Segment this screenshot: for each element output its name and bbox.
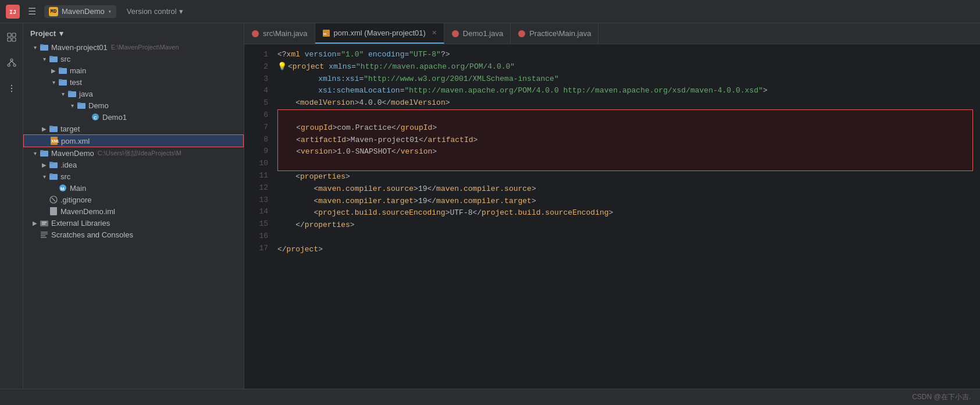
structure-tool-icon[interactable] [2, 54, 21, 72]
tree-item-maven-demo[interactable]: ▾ MavenDemo C:\Users\张喆\IdeaProjects\M [23, 147, 244, 159]
scratch-icon [40, 230, 49, 239]
svg-text:IJ: IJ [9, 9, 16, 16]
code-line-5: <modelVersion>4.0.0</modelVersion> [277, 97, 973, 109]
code-line-2: 💡<project xmlns="http://maven.apache.org… [277, 61, 973, 73]
code-editor[interactable]: <?xml version="1.0" encoding="UTF-8"?> 💡… [270, 44, 980, 389]
svg-rect-19 [59, 68, 62, 69]
project-label: Project [30, 29, 56, 38]
tab-demo1-java[interactable]: Demo1.java [444, 23, 511, 44]
project-chevron-icon: ▾ [108, 8, 112, 15]
svg-point-54 [518, 30, 525, 37]
tab-pom-xml[interactable]: m pom.xml (Maven-project01) ✕ [315, 23, 444, 44]
folder-src-icon [49, 54, 58, 63]
tab-label-main-java: src\Main.java [263, 29, 308, 38]
project-header-chevron-icon: ▾ [59, 29, 63, 38]
vcs-selector[interactable]: Version control ▾ [122, 5, 188, 17]
tree-label-demo: Demo [88, 101, 109, 110]
tree-item-main2[interactable]: M Main [23, 182, 244, 194]
svg-rect-2 [8, 33, 11, 37]
tree-item-maven-project01[interactable]: ▾ Maven-project01 E:\MavenProject\Maven [23, 41, 244, 53]
sidebar-icons [0, 23, 23, 389]
tree-item-gitignore[interactable]: .gitignore [23, 194, 244, 205]
tree-item-scratches[interactable]: Scratches and Consoles [23, 229, 244, 240]
tab-label-practice-main: Practice\Main.java [529, 29, 591, 38]
tree-label-src1: src [60, 55, 70, 63]
highlight-block: <groupId>com.Practice</groupId> <artifac… [277, 109, 973, 171]
project-panel-header[interactable]: Project ▾ [23, 26, 244, 41]
tree-arrow-src2: ▾ [40, 173, 49, 180]
tree-item-src2[interactable]: ▾ src [23, 170, 244, 182]
vcs-label: Version control [127, 7, 177, 16]
java-class-icon: C [91, 112, 100, 122]
tree-arrow-demo: ▾ [67, 102, 77, 109]
tab-label-pom-xml: pom.xml (Maven-project01) [334, 29, 426, 37]
more-tools-icon[interactable] [2, 79, 21, 98]
tree-label-demo1: Demo1 [102, 113, 127, 122]
svg-text:C: C [94, 115, 97, 120]
code-line-9: <version>1.0-SNAPSHOT</version> [278, 146, 972, 158]
tree-item-test1[interactable]: ▾ test [23, 76, 244, 88]
folder-demo-icon [77, 101, 86, 110]
tree-label-test1: test [70, 78, 82, 87]
folder-icon [40, 42, 49, 52]
editor-area: src\Main.java m pom.xml (Maven-project01… [244, 23, 980, 389]
svg-line-41 [52, 198, 55, 201]
tab-close-pom-xml[interactable]: ✕ [432, 29, 437, 37]
bottom-bar: CSDN @在下小吉. [0, 389, 980, 405]
xml-file-icon: XML [49, 136, 59, 145]
tree-item-target[interactable]: ▶ target [23, 123, 244, 134]
tree-label-maven-project01: Maven-project01 [51, 43, 108, 52]
tree-item-main1[interactable]: ▶ main [23, 65, 244, 76]
tree-arrow-idea: ▶ [40, 162, 49, 168]
tree-item-demo1[interactable]: C Demo1 [23, 111, 244, 123]
main-area: Project ▾ ▾ Maven-project01 E:\MavenProj… [0, 23, 980, 389]
file-tree: Project ▾ ▾ Maven-project01 E:\MavenProj… [23, 23, 244, 389]
folder-java-icon [67, 89, 77, 98]
tree-item-src1[interactable]: ▾ src [23, 53, 244, 65]
code-line-17: </project> [277, 244, 973, 256]
svg-rect-4 [8, 38, 11, 41]
tree-item-java1[interactable]: ▾ java [23, 88, 244, 100]
editor-tabs: src\Main.java m pom.xml (Maven-project01… [244, 23, 980, 44]
project-tool-icon[interactable] [2, 28, 21, 47]
tree-item-iml[interactable]: MavenDemo.iml [23, 205, 244, 217]
tab-main-java[interactable]: src\Main.java [244, 23, 315, 44]
folder-main-icon [58, 66, 67, 75]
tree-path-maven-demo: C:\Users\张喆\IdeaProjects\M [98, 149, 181, 158]
main-class-icon: M [58, 183, 67, 193]
tree-arrow-maven-demo: ▾ [30, 150, 40, 157]
tree-arrow-maven-project01: ▾ [30, 44, 40, 51]
tree-arrow-java1: ▾ [58, 91, 67, 97]
svg-point-12 [10, 88, 12, 89]
tree-label-main2: Main [70, 184, 86, 193]
iml-file-icon [49, 207, 58, 216]
tree-arrow-ext-lib: ▶ [30, 220, 40, 226]
svg-rect-23 [68, 91, 72, 93]
app-logo: IJ [6, 5, 20, 19]
code-line-10 [278, 158, 972, 170]
vcs-chevron-icon: ▾ [179, 7, 183, 16]
code-line-16 [277, 232, 973, 244]
svg-line-9 [9, 61, 12, 64]
svg-rect-37 [49, 173, 53, 175]
tree-label-idea: .idea [60, 161, 77, 169]
svg-text:XML: XML [51, 139, 59, 143]
left-panel: Project ▾ ▾ Maven-project01 E:\MavenProj… [0, 23, 244, 389]
tree-arrow-main1: ▶ [49, 68, 58, 74]
code-line-15: </properties> [277, 219, 973, 232]
project-icon: MD [49, 7, 58, 16]
svg-text:m: m [323, 32, 326, 35]
tree-item-idea[interactable]: ▶ .idea [23, 159, 244, 170]
tab-practice-main[interactable]: Practice\Main.java [511, 23, 598, 44]
code-line-14: <project.build.sourceEncoding>UTF-8</pro… [277, 207, 973, 219]
tree-arrow-test1: ▾ [49, 79, 58, 86]
tree-item-ext-lib[interactable]: ▶ External Libraries [23, 217, 244, 229]
left-content: Project ▾ ▾ Maven-project01 E:\MavenProj… [0, 23, 244, 389]
ext-lib-icon [40, 218, 49, 228]
code-line-3: xmlns:xsi="http://www.w3.org/2001/XMLSch… [277, 73, 973, 86]
tree-item-pom-xml[interactable]: XML pom.xml [23, 134, 244, 147]
tree-item-demo[interactable]: ▾ Demo [23, 100, 244, 111]
hamburger-menu-icon[interactable]: ☰ [26, 3, 38, 20]
svg-rect-3 [12, 33, 16, 37]
project-selector[interactable]: MD MavenDemo ▾ [44, 5, 116, 18]
